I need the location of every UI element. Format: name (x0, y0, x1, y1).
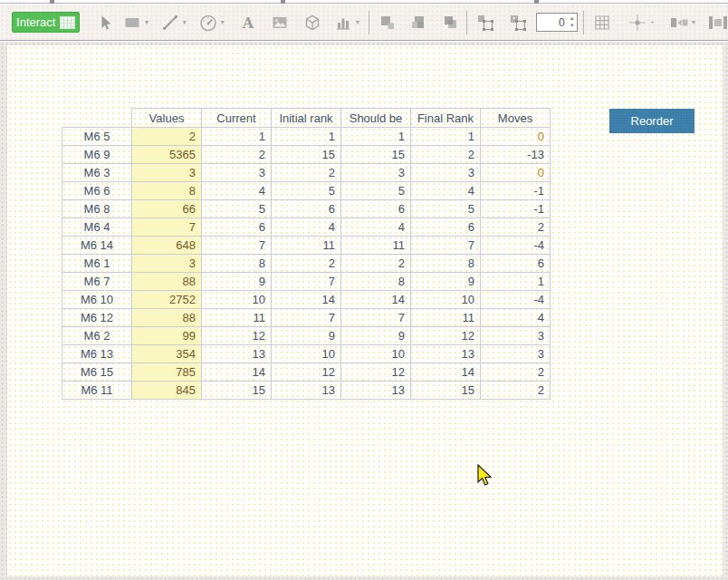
table-cell: 3 (202, 164, 272, 182)
table-cell: 11 (341, 237, 411, 255)
chevron-down-icon[interactable]: + (648, 18, 656, 26)
line-tool-icon (161, 14, 179, 32)
row-label: M6 6 (62, 182, 132, 200)
position-tool-button[interactable] (627, 12, 649, 34)
top-strip-tick (50, 0, 54, 4)
table-cell: 3 (341, 164, 411, 182)
table-cell: 4 (481, 309, 551, 327)
distribute-tool-button[interactable] (706, 12, 728, 34)
table-cell: 12 (272, 363, 341, 382)
send-to-back-icon (441, 14, 459, 32)
align-icon (669, 14, 689, 32)
row-label: M6 14 (62, 237, 132, 255)
table-cell: 0 (481, 128, 551, 146)
z-order-spinner[interactable]: 0 ▲▼ (536, 13, 578, 32)
table-row: M6 5211110 (62, 128, 551, 146)
row-label: M6 10 (62, 291, 132, 309)
table-cell: 1 (202, 128, 272, 146)
image-tool-button[interactable] (269, 12, 291, 34)
table-cell: 15 (411, 382, 481, 400)
table-cell: 2 (132, 128, 202, 146)
table-row: M6 4764462 (62, 218, 551, 237)
table-row: M6 684554-1 (62, 182, 551, 200)
line-tool-button[interactable] (159, 12, 181, 34)
spinner-arrows[interactable]: ▲▼ (570, 14, 575, 29)
table-cell: 7 (272, 309, 341, 327)
mouse-cursor (474, 464, 494, 488)
group-button[interactable] (474, 12, 496, 34)
reorder-button[interactable]: Reorder (609, 109, 694, 133)
bring-forward-icon (378, 14, 397, 32)
text-tool-button[interactable]: A (237, 12, 259, 34)
table-cell: 8 (341, 273, 411, 291)
row-label: M6 7 (62, 273, 132, 291)
table-cell: -4 (481, 291, 551, 309)
table-cell: 2 (481, 382, 551, 400)
table-cell: 14 (411, 363, 481, 382)
align-tool-button[interactable] (668, 12, 690, 34)
distribute-icon (707, 14, 727, 32)
row-label: M6 9 (62, 146, 132, 164)
table-cell: 13 (411, 345, 481, 363)
table-cell: 1 (481, 273, 551, 291)
dashboard-page: ValuesCurrentInitial rankShould beFinal … (7, 45, 723, 576)
chevron-down-icon[interactable]: ▾ (143, 18, 150, 26)
table-row: M6 10275210141410-4 (62, 291, 551, 309)
table-cell: 5 (341, 182, 411, 200)
bring-forward-button[interactable] (377, 12, 398, 34)
table-cell: 5 (202, 200, 272, 218)
header-row: ValuesCurrentInitial rankShould beFinal … (62, 109, 551, 128)
group-icon (475, 13, 495, 33)
table-row: M6 13354131010133 (62, 345, 551, 363)
table-cell: 11 (202, 309, 272, 327)
send-backward-button[interactable] (407, 12, 429, 34)
svg-text:A: A (241, 14, 254, 31)
table-row: M6 14648711117-4 (62, 237, 551, 255)
table-cell: 4 (202, 182, 272, 200)
table-cell: 13 (272, 382, 341, 400)
table-body: M6 5211110M6 95365215152-13M6 3332330M6 … (62, 128, 551, 400)
grid-toggle-button[interactable] (591, 12, 613, 34)
pointer-tool-button[interactable] (94, 12, 116, 34)
send-to-back-button[interactable] (440, 12, 462, 34)
table-cell: 7 (341, 309, 411, 327)
interact-button[interactable]: Interact (12, 12, 80, 33)
column-header: Moves (481, 109, 551, 128)
table-cell: 10 (272, 345, 341, 363)
table-cell: 8 (132, 182, 202, 200)
chevron-down-icon[interactable]: ▾ (354, 18, 361, 26)
pointer-icon (96, 14, 114, 32)
table-cell: 15 (202, 382, 272, 400)
table-cell: 11 (411, 309, 481, 327)
table-cell: -13 (481, 146, 551, 164)
top-strip (0, 0, 728, 4)
shape-tool-icon (123, 14, 141, 32)
design-canvas: ValuesCurrentInitial rankShould beFinal … (0, 42, 728, 580)
table-row: M6 3332330 (62, 164, 551, 182)
cube-tool-button[interactable] (302, 12, 323, 34)
chevron-down-icon[interactable]: ▾ (219, 18, 226, 26)
grid-toggle-icon (593, 14, 611, 32)
gauge-tool-icon (198, 13, 218, 33)
gauge-tool-button[interactable] (197, 12, 219, 34)
chevron-down-icon[interactable]: ▾ (690, 18, 697, 26)
table-cell: 13 (341, 382, 411, 400)
table-cell: 10 (411, 291, 481, 309)
ungroup-button[interactable] (507, 12, 529, 34)
table-cell: 785 (132, 363, 202, 382)
table-cell: 1 (341, 128, 411, 146)
chevron-down-icon[interactable]: ▾ (181, 18, 188, 26)
table-cell: 9 (272, 327, 341, 345)
table-cell: 11 (272, 237, 341, 255)
shape-tool-button[interactable] (121, 12, 143, 34)
table-row: M6 1382286 (62, 255, 551, 273)
table-cell: 845 (132, 382, 202, 400)
table-cell: 5 (411, 200, 481, 218)
table-cell: 6 (272, 200, 341, 218)
table-row: M6 12881177114 (62, 309, 551, 327)
table-cell: 99 (132, 327, 202, 345)
table-cell: 9 (341, 327, 411, 345)
chart-tool-button[interactable] (332, 12, 354, 34)
table-cell: 4 (272, 218, 341, 237)
row-label: M6 8 (62, 200, 132, 218)
